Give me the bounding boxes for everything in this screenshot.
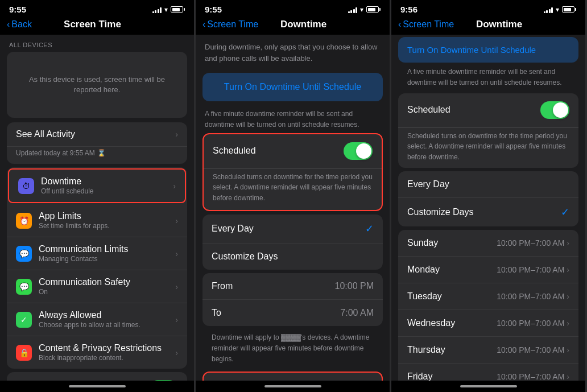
scheduled-label-3: Scheduled [407,105,450,115]
see-all-label: See All Activity [16,129,75,139]
commsafety-title: Communication Safety [39,277,175,287]
downtime-icon: ⏱ [22,181,30,191]
scheduled-row-3[interactable]: Scheduled [398,93,578,127]
home-bar-3 [460,385,517,387]
tuesday-row[interactable]: Tuesday 10:00 PM–7:00 AM › [398,283,578,310]
turn-on-label: Turn On Downtime Until Schedule [212,82,374,92]
include-website-toggle-row[interactable]: Include Website Data [7,372,187,381]
sunday-time: 10:00 PM–7:00 AM [497,238,564,247]
status-icons-2: ▾ [348,6,381,14]
tuesday-label: Tuesday [407,291,442,302]
panel3-content: Turn On Downtime Until Schedule A five m… [391,35,585,381]
allowed-icon: ✓ [20,315,27,324]
home-indicator-2 [196,381,390,392]
friday-row[interactable]: Friday 10:00 PM–7:00 AM › [398,364,578,381]
battery-icon-3 [562,6,576,13]
activity-card: As this device is used, screen time will… [7,52,187,118]
scheduled-toggle-3[interactable] [540,101,569,119]
day-options-card: Every Day ✓ Customize Days [202,214,383,270]
scheduled-sub-row-3: Scheduled turns on downtime for the time… [398,127,578,168]
applimits-chevron: › [175,216,178,225]
battery-icon-1 [171,6,185,13]
see-all-row[interactable]: See All Activity › [7,122,187,146]
turn-on-card-3[interactable]: Turn On Downtime Until Schedule [398,37,578,63]
sunday-label: Sunday [407,238,438,248]
back-button-1[interactable]: ‹ Back [7,19,32,30]
scheduled-toggle[interactable] [344,142,373,160]
thursday-time: 10:00 PM–7:00 AM [497,345,564,354]
panel-downtime-mid: 9:55 ▾ ‹ Screen Time Downtime During dow… [196,0,391,392]
nav-title-2: Downtime [258,19,349,30]
commsafety-text: Communication Safety On [39,277,175,296]
allowed-chevron: › [175,315,178,324]
panel2-content: During downtime, only apps that you choo… [196,35,390,381]
block-row[interactable]: Block at Downtime [204,373,382,381]
downtime-sub: Off until schedule [41,187,173,195]
wifi-icon-3: ▾ [556,6,559,14]
downtime-text: Downtime Off until schedule [41,176,173,195]
back-button-2[interactable]: ‹ Screen Time [202,19,258,30]
applimits-text: App Limits Set time limits for apps. [39,211,175,230]
thursday-chevron: › [567,345,569,354]
menu-section-1: ⏱ Downtime Off until schedule › ⏰ App Li… [7,167,187,369]
customize-days-label-3: Customize Days [407,207,473,217]
monday-label: Monday [407,265,440,275]
menu-item-allowed[interactable]: ✓ Always Allowed Choose apps to allow at… [7,303,187,336]
commsafety-icon: 💬 [19,282,29,291]
home-indicator-1 [0,381,194,392]
status-time-2: 9:55 [205,5,222,14]
status-icons-3: ▾ [544,6,577,14]
downtime-info-text: During downtime, only apps that you choo… [196,35,390,71]
nav-title-3: Downtime [454,19,544,30]
nav-bar-3: ‹ Screen Time Downtime [391,16,585,35]
block-card: Block at Downtime The device will be blo… [202,372,383,381]
every-day-row-3[interactable]: Every Day [398,171,578,198]
home-indicator-3 [391,381,585,392]
status-icons-1: ▾ [152,6,185,14]
menu-item-privacy[interactable]: 🔒 Content & Privacy Restrictions Block i… [7,336,187,369]
menu-item-commsafety[interactable]: 💬 Communication Safety On › [7,270,187,303]
home-bar-1 [69,385,126,387]
commsafety-chevron: › [175,282,178,291]
commlimits-icon: 💬 [19,249,29,258]
commlimits-title: Communication Limits [39,244,175,254]
applimits-sub: Set time limits for apps. [39,222,175,230]
privacy-chevron: › [175,348,178,357]
status-time-3: 9:56 [400,5,417,14]
commlimits-text: Communication Limits Managing Contacts [39,244,175,263]
commsafety-icon-wrap: 💬 [16,279,32,295]
privacy-icon-wrap: 🔒 [16,345,32,361]
customize-days-row-3[interactable]: Customize Days ✓ [398,198,578,226]
status-bar-2: 9:55 ▾ [196,0,390,16]
back-button-3[interactable]: ‹ Screen Time [398,19,454,30]
friday-label: Friday [407,372,432,381]
privacy-icon: 🔒 [19,348,29,357]
customize-days-row[interactable]: Customize Days [202,244,383,270]
menu-item-commlimits[interactable]: 💬 Communication Limits Managing Contacts… [7,237,187,270]
turn-on-button[interactable]: Turn On Downtime Until Schedule [202,73,383,101]
thursday-row[interactable]: Thursday 10:00 PM–7:00 AM › [398,337,578,364]
wednesday-row[interactable]: Wednesday 10:00 PM–7:00 AM › [398,310,578,337]
every-day-row[interactable]: Every Day ✓ [202,214,383,244]
day-options-card-3: Every Day Customize Days ✓ [398,171,578,226]
to-row[interactable]: To 7:00 AM [202,300,383,326]
allowed-title: Always Allowed [39,310,175,320]
sunday-row[interactable]: Sunday 10:00 PM–7:00 AM › [398,230,578,257]
wifi-icon-1: ▾ [164,6,168,14]
menu-item-downtime[interactable]: ⏱ Downtime Off until schedule › [8,168,186,203]
menu-item-applimits[interactable]: ⏰ App Limits Set time limits for apps. › [7,204,187,237]
to-value: 7:00 AM [340,308,374,318]
scheduled-row[interactable]: Scheduled [204,134,382,168]
scheduled-card-3: Scheduled Scheduled turns on downtime fo… [398,93,578,168]
chevron-left-icon-2: ‹ [202,19,205,30]
turn-on-sub-3: A five minute downtime reminder will be … [398,63,578,90]
scheduled-sub-3: Scheduled turns on downtime for the time… [407,132,567,162]
scheduled-label: Scheduled [213,146,256,156]
scheduled-sub-row: Scheduled turns on downtime for the time… [204,168,382,210]
days-list: Sunday 10:00 PM–7:00 AM › Monday 10:00 P… [398,230,578,381]
from-label: From [212,281,233,291]
from-row[interactable]: From 10:00 PM [202,273,383,300]
monday-row[interactable]: Monday 10:00 PM–7:00 AM › [398,257,578,283]
allowed-icon-wrap: ✓ [16,312,32,328]
allowed-text: Always Allowed Choose apps to allow at a… [39,310,175,329]
